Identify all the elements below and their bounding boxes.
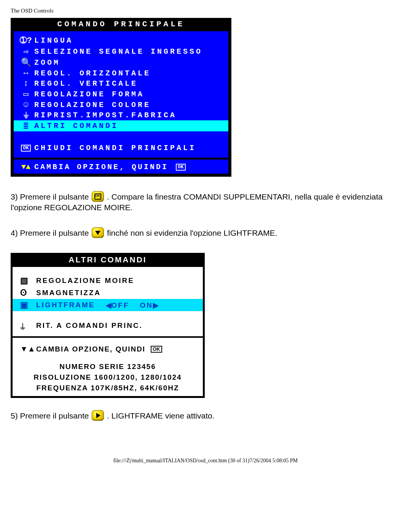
menu-label: CHIUDI COMANDI PRINCIPALI [34, 144, 226, 152]
language-icon: ➀? [18, 35, 34, 46]
menu-label: REGOL. ORIZZONTALE [34, 69, 226, 78]
menu-label: SELEZIONE SEGNALE INGRESSO [34, 47, 226, 56]
lightframe-icon: ▣ [20, 300, 36, 310]
osd-extra-title: ALTRI COMANDI [13, 253, 203, 267]
step4-text: 4) Premere il pulsante finché non si evi… [11, 227, 400, 238]
right-button-icon [92, 410, 104, 421]
menu-item-close[interactable]: OK CHIUDI COMANDI PRINCIPALI [14, 143, 228, 153]
ok-button-icon [92, 191, 104, 202]
info-serial: NUMERO SERIE 123456 [13, 356, 203, 372]
updown-icon: ▼▲ [20, 345, 36, 353]
menu-item-horizontal[interactable]: ↔ REGOL. ORIZZONTALE [14, 68, 228, 78]
menu-label: REGOLAZIONE COLORE [34, 101, 226, 109]
osd-main-footer: ▼▲ CAMBIA OPZIONE, QUINDI OK [14, 161, 228, 174]
degauss-icon: ʘ [20, 288, 36, 298]
menu-label: RIT. A COMANDI PRINC. [36, 321, 143, 330]
menu-label: ALTRI COMANDI [34, 121, 226, 130]
menu-label: REGOLAZIONE FORMA [34, 90, 226, 99]
option-off[interactable]: ◀OFF [106, 301, 129, 310]
updown-icon: ▼▲ [18, 163, 34, 171]
menu-label: LIGHTFRAME [36, 301, 95, 309]
reset-icon: ⏚ [18, 110, 34, 120]
page-header: The OSD Controls [11, 8, 400, 14]
option-on[interactable]: ON▶ [140, 301, 159, 310]
menu-item-shape[interactable]: ▭ REGOLAZIONE FORMA [14, 89, 228, 100]
down-button-icon [92, 227, 104, 238]
horizontal-icon: ↔ [18, 69, 34, 78]
menu-item-factory-reset[interactable]: ⏚ RIPRIST.IMPOST.FABRICA [14, 110, 228, 120]
osd-main-title: COMANDO PRINCIPALE [14, 18, 228, 31]
color-icon: ☺ [18, 100, 34, 110]
menu-item-lingua[interactable]: ➀? LINGUA [14, 35, 228, 46]
moire-icon: ▧ [20, 276, 36, 286]
menu-label: REGOLAZIONE MOIRE [36, 276, 134, 285]
menu-item-lightframe[interactable]: ▣ LIGHTFRAME ◀OFF ON▶ [13, 299, 203, 311]
step5-text: 5) Premere il pulsante . LIGHTFRAME vien… [11, 410, 400, 421]
return-icon: ⍊ [20, 321, 36, 331]
page-footer-path: file:///Z|/multi_manual/ITALIAN/OSD/osd_… [0, 436, 411, 468]
footer-label: CAMBIA OPZIONE, QUINDI [34, 163, 168, 171]
menu-item-return[interactable]: ⍊ RIT. A COMANDI PRINC. [13, 320, 203, 332]
menu-item-color[interactable]: ☺ REGOLAZIONE COLORE [14, 100, 228, 110]
list-icon: ≣ [18, 121, 34, 131]
osd-extra-footer: ▼▲ CAMBIA OPZIONE, QUINDI OK [13, 340, 203, 356]
shape-icon: ▭ [18, 89, 34, 99]
menu-label: LINGUA [34, 36, 226, 45]
info-resolution: RISOLUZIONE 1600/1200, 1280/1024 [13, 372, 203, 382]
ok-icon: OK [176, 164, 186, 171]
footer-label: CAMBIA OPZIONE, QUINDI [36, 345, 145, 353]
menu-label: REGOL. VERTICALE [34, 79, 226, 88]
ok-icon: OK [18, 143, 34, 153]
zoom-icon: 🔍 [18, 58, 34, 68]
menu-item-vertical[interactable]: ↕ REGOL. VERTICALE [14, 78, 228, 89]
osd-extra-menu: ALTRI COMANDI ▧ REGOLAZIONE MOIRE ʘ SMAG… [11, 253, 205, 398]
menu-label: SMAGNETIZZA [36, 289, 101, 297]
menu-item-zoom[interactable]: 🔍 ZOOM [14, 57, 228, 68]
ok-icon: OK [151, 346, 162, 353]
osd-main-menu: COMANDO PRINCIPALE ➀? LINGUA ⇨ SELEZIONE… [11, 18, 231, 177]
input-icon: ⇨ [18, 46, 34, 57]
menu-item-input-select[interactable]: ⇨ SELEZIONE SEGNALE INGRESSO [14, 46, 228, 57]
menu-label: RIPRIST.IMPOST.FABRICA [34, 111, 226, 120]
step3-text: 3) Premere il pulsante . Compare la fine… [11, 191, 400, 213]
menu-label: ZOOM [34, 58, 226, 67]
menu-item-degauss[interactable]: ʘ SMAGNETIZZA [13, 287, 203, 299]
info-frequency: FREQUENZA 107K/85HZ, 64K/60HZ [13, 382, 203, 396]
menu-item-moire[interactable]: ▧ REGOLAZIONE MOIRE [13, 275, 203, 287]
vertical-icon: ↕ [18, 79, 34, 88]
menu-item-extra-controls[interactable]: ≣ ALTRI COMANDI [14, 120, 228, 131]
